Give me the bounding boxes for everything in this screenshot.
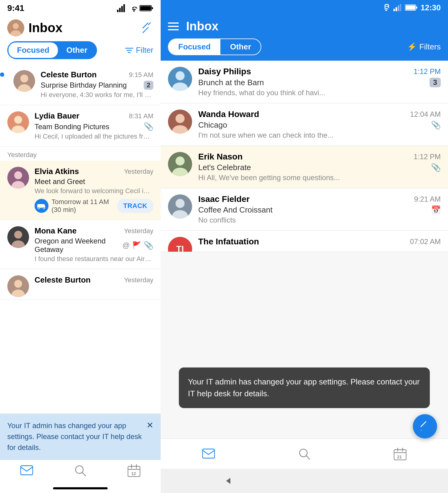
filter-label: Filter [136, 45, 153, 55]
right-filters-button[interactable]: ⚡ Filters [407, 42, 441, 52]
right-email-content-isaac: Isaac Fielder 9:21 AM Coffee And Croissa… [198, 194, 441, 224]
left-inbox-title: Inbox [28, 21, 62, 35]
android-nav-bar [161, 469, 448, 493]
right-signal-icon [393, 4, 402, 11]
svg-point-49 [176, 71, 185, 80]
right-wifi-icon [379, 4, 389, 11]
right-email-content-erik: Erik Nason 1:12 PM Let's Celebrate 📎 Hi … [198, 152, 441, 182]
svg-rect-43 [398, 5, 399, 11]
unread-indicator [0, 72, 4, 77]
user-avatar[interactable] [7, 19, 24, 36]
right-battery-icon [405, 4, 418, 11]
right-email-list: Daisy Philips 1:12 PM Brunch at the Barn… [161, 61, 448, 493]
right-nav-mail[interactable] [202, 448, 215, 460]
attachment-icon-mona: 📎 [144, 241, 153, 250]
email-content-lydia: Lydia Bauer 8:31 AM Team Bonding Picture… [35, 111, 153, 140]
avatar-isaac [168, 194, 192, 219]
subject-celeste: Surprise Birthday Planning 2 [41, 81, 153, 90]
avatar-celeste2 [7, 275, 29, 297]
email-item-celeste[interactable]: Celeste Burton 9:15 AM Surprise Birthday… [0, 64, 161, 105]
badge-celeste: 2 [144, 81, 153, 90]
left-nav-mail[interactable] [20, 464, 33, 477]
svg-rect-2 [140, 6, 151, 10]
right-nav-search[interactable] [298, 448, 311, 460]
right-preview-isaac: No conflicts [198, 216, 441, 224]
right-header: Inbox [161, 15, 448, 39]
right-tab-other[interactable]: Other [220, 39, 261, 55]
email-content-celeste: Celeste Burton 9:15 AM Surprise Birthday… [41, 70, 153, 99]
svg-rect-47 [416, 7, 417, 8]
track-button[interactable]: TRACK [117, 199, 154, 213]
email-item-lydia[interactable]: Lydia Bauer 8:31 AM Team Bonding Picture… [0, 105, 161, 147]
right-email-content-daisy: Daisy Philips 1:12 PM Brunch at the Barn… [198, 67, 441, 97]
attachment-icon-lydia: 📎 [144, 122, 153, 131]
email-content-elvia: Elvia Atkins Yesterday Meet and Greet We… [35, 167, 153, 214]
left-panel: 9:41 [0, 0, 161, 493]
right-nav-calendar[interactable]: 21 [394, 448, 406, 460]
section-yesterday: Yesterday [0, 147, 161, 161]
right-tab-group: Focused Other [168, 39, 261, 55]
right-panel: 12:30 Inbox Focused Other ⚡ Filters Dais… [161, 0, 448, 493]
preview-lydia: Hi Cecil, I uploaded all the pictures fr… [35, 132, 153, 140]
right-sender-isaac: Isaac Fielder [198, 194, 250, 204]
right-tab-focused[interactable]: Focused [169, 39, 220, 55]
right-tabs: Focused Other ⚡ Filters [161, 39, 448, 61]
svg-rect-61 [202, 449, 215, 458]
signal-icon [117, 4, 125, 12]
left-tab-focused[interactable]: Focused [8, 42, 58, 58]
email-content-celeste2: Celeste Burton Yesterday [35, 275, 153, 286]
hamburger-menu[interactable] [168, 22, 179, 30]
avatar-elvia [7, 167, 29, 189]
compose-fab[interactable] [413, 414, 437, 438]
left-nav-search[interactable] [74, 464, 87, 477]
right-email-item-erik[interactable]: Erik Nason 1:12 PM Let's Celebrate 📎 Hi … [161, 146, 448, 188]
email-item-elvia[interactable]: Elvia Atkins Yesterday Meet and Greet We… [0, 161, 161, 220]
it-banner-close-left[interactable]: ✕ [142, 420, 153, 430]
svg-rect-3 [152, 7, 153, 9]
svg-point-0 [133, 10, 135, 12]
avatar-lydia [7, 111, 29, 133]
svg-point-30 [14, 280, 22, 288]
right-email-content-wanda: Wanda Howard 12:04 AM Chicago 📎 I'm not … [198, 109, 441, 139]
right-email-item-infatuation[interactable]: TI The Infatuation 07:02 AM [161, 231, 448, 252]
svg-point-14 [20, 75, 28, 82]
svg-line-63 [306, 456, 310, 459]
right-time-erik: 1:12 PM [414, 153, 441, 161]
attachment-icon-wanda: 📎 [431, 120, 441, 130]
right-email-item-daisy[interactable]: Daisy Philips 1:12 PM Brunch at the Barn… [161, 61, 448, 103]
left-nav-calendar[interactable]: 12 [128, 464, 140, 477]
svg-point-52 [176, 114, 185, 123]
email-content-mona: Mona Kane Yesterday Oregon and Weekend G… [35, 226, 153, 263]
right-sender-daisy: Daisy Philips [198, 67, 251, 76]
right-email-item-wanda[interactable]: Wanda Howard 12:04 AM Chicago 📎 I'm not … [161, 103, 448, 146]
left-header-left: Inbox [7, 19, 62, 36]
avatar-mona [7, 226, 29, 248]
subject-elvia: Meet and Greet [35, 177, 153, 186]
avatar-celeste [13, 70, 35, 92]
compose-button[interactable] [141, 22, 153, 34]
wifi-icon [127, 5, 137, 12]
sender-lydia: Lydia Bauer [35, 111, 79, 121]
bolt-icon: ⚡ [407, 42, 417, 52]
flag-icon-mona: 🚩 [132, 241, 141, 250]
left-filter-button[interactable]: Filter [125, 45, 153, 55]
right-time-wanda: 12:04 AM [410, 110, 441, 119]
avatar-daisy [168, 67, 192, 91]
right-subject-isaac: Coffee And Croissant 📅 [198, 205, 441, 215]
android-back-btn[interactable] [223, 476, 233, 486]
email-item-celeste2[interactable]: Celeste Burton Yesterday [0, 269, 161, 300]
svg-point-58 [176, 199, 185, 208]
right-bottom-nav: 21 [161, 438, 448, 469]
tracking-text: Tomorrow at 11 AM (30 min) [52, 198, 114, 214]
sender-celeste2: Celeste Burton [35, 275, 91, 285]
icon-row-mona: @ 🚩 📎 [122, 241, 153, 250]
time-lydia: 8:31 AM [129, 112, 153, 120]
avatar-wanda [168, 109, 192, 134]
email-item-mona[interactable]: Mona Kane Yesterday Oregon and Weekend G… [0, 220, 161, 269]
svg-text:21: 21 [397, 454, 402, 459]
left-bottom-nav: 12 [0, 460, 161, 493]
it-banner-text-left: Your IT admin has changed your app setti… [7, 420, 142, 453]
svg-point-17 [14, 116, 22, 124]
right-email-item-isaac[interactable]: Isaac Fielder 9:21 AM Coffee And Croissa… [161, 188, 448, 231]
left-tab-other[interactable]: Other [58, 42, 96, 58]
